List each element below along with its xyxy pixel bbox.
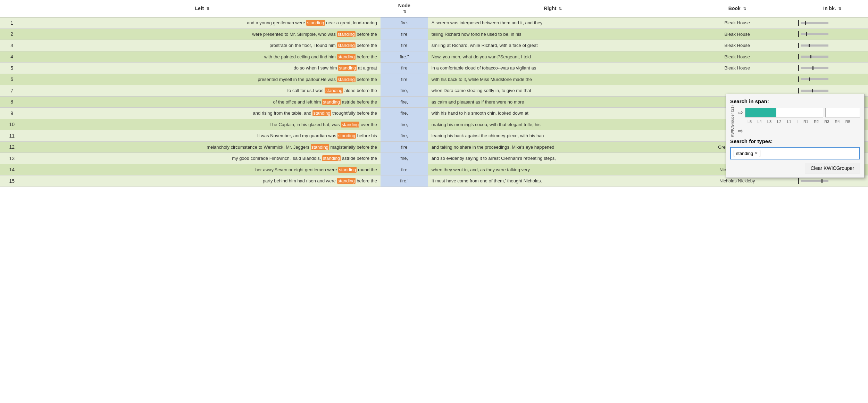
types-title: Search for types: (730, 138, 860, 144)
table-row: 6presented myself in the parlour.He was … (0, 74, 868, 85)
node-word: fire.' (381, 175, 428, 187)
node-word: fire, (381, 153, 428, 164)
bar-track (801, 33, 828, 35)
bar-container (798, 178, 865, 184)
keyword-highlight: standing (337, 133, 356, 139)
axis-L5: L5 (748, 120, 752, 124)
left-context: presented myself in the parlour.He was s… (24, 74, 380, 85)
right-sort-icon[interactable]: ⇅ (559, 7, 562, 11)
types-input[interactable]: standing ✕ (730, 147, 860, 159)
position-marker (798, 54, 799, 59)
inbook-position (796, 40, 868, 51)
inbook-position (796, 51, 868, 63)
bar-track (801, 90, 828, 92)
row-number: 4 (0, 51, 24, 63)
node-sort-icon[interactable]: ⇅ (403, 9, 406, 14)
left-context: It was November, and my guardian was sta… (24, 130, 380, 142)
bottom-arrow-row: ⇨ (738, 127, 860, 135)
node-word: fire, (381, 85, 428, 97)
col-inbk[interactable]: In bk. ⇅ (796, 0, 868, 17)
main-container: Left ⇅ Node ⇅ Right ⇅ Book ⇅ In bk. ⇅ (0, 0, 868, 187)
right-context: leaning his back against the chimney-pie… (428, 130, 678, 142)
bar-container (798, 31, 865, 37)
bar-fill (821, 179, 823, 183)
axis-L2: L2 (777, 120, 781, 124)
span-right-fill (784, 108, 823, 117)
position-marker (798, 178, 799, 184)
position-marker (798, 65, 799, 71)
left-context: and rising from the table, and standing … (24, 108, 380, 119)
type-tag-standing: standing ✕ (734, 150, 760, 157)
bar-container (798, 65, 865, 71)
left-context: prostrate on the floor, I found him stan… (24, 40, 380, 51)
book-name: Bleak House (678, 63, 796, 74)
node-word: fire (381, 141, 428, 153)
bar-container (798, 76, 865, 82)
row-number: 1 (0, 17, 24, 28)
row-number: 7 (0, 85, 24, 97)
right-context: with his back to it, while Miss Murdston… (428, 74, 678, 85)
bar-container (798, 43, 865, 48)
left-context: to call for us.I was standing alone befo… (24, 85, 380, 97)
col-num (0, 0, 24, 17)
row-number: 9 (0, 108, 24, 119)
row-number: 10 (0, 119, 24, 130)
left-context: do so when I saw him standing at a great (24, 63, 380, 74)
header-row: Left ⇅ Node ⇅ Right ⇅ Book ⇅ In bk. ⇅ (0, 0, 868, 17)
bar-track (801, 22, 828, 24)
inbk-sort-icon[interactable]: ⇅ (838, 7, 841, 11)
left-context: were presented to Mr. Skimpole, who was … (24, 28, 380, 40)
right-context: Now, you men, what do you want?Sergeant,… (428, 51, 678, 63)
col-book[interactable]: Book ⇅ (678, 0, 796, 17)
left-context: party behind him had risen and were stan… (24, 175, 380, 187)
inbook-position (796, 28, 868, 40)
keyword-highlight: standing (337, 54, 356, 60)
node-word: fire." (381, 51, 428, 63)
book-sort-icon[interactable]: ⇅ (743, 7, 746, 11)
keyword-highlight: standing (341, 122, 359, 128)
right-context: making his morning's cocoa, with that el… (428, 119, 678, 130)
keyword-highlight: standing (337, 76, 356, 82)
row-number: 12 (0, 141, 24, 153)
row-number: 3 (0, 40, 24, 51)
span-right-input[interactable] (825, 108, 860, 117)
bar-container (798, 88, 865, 93)
axis-L1: L1 (787, 120, 791, 124)
node-word: fire (381, 28, 428, 40)
left-sort-icon[interactable]: ⇅ (206, 7, 209, 11)
right-context: It must have come from one of them,' tho… (428, 175, 678, 187)
right-context: as calm and pleasant as if there were no… (428, 96, 678, 108)
bar-container (798, 54, 865, 59)
position-marker (798, 43, 799, 48)
position-marker (798, 20, 799, 26)
col-node[interactable]: Node ⇅ (381, 0, 428, 17)
inbook-position (796, 63, 868, 74)
axis-R4: R4 (835, 120, 840, 124)
right-context: when Dora came stealing softly in, to gi… (428, 85, 678, 97)
col-left[interactable]: Left ⇅ (24, 0, 380, 17)
node-word: fire (381, 74, 428, 85)
node-word: fire (381, 40, 428, 51)
row-number: 6 (0, 74, 24, 85)
node-word: fire (381, 164, 428, 175)
type-tag-remove[interactable]: ✕ (754, 151, 758, 156)
bar-fill (806, 32, 807, 36)
bar-track (801, 56, 828, 58)
span-slider-container[interactable] (745, 108, 823, 117)
bar-container (798, 20, 865, 26)
bar-fill (809, 44, 810, 47)
bar-track (801, 180, 828, 182)
axis-R2: R2 (814, 120, 819, 124)
keyword-highlight: standing (337, 31, 356, 37)
left-arrow-icon: ⇨ (738, 109, 743, 116)
clear-kwicgrouper-button[interactable]: Clear KWICGrouper (805, 163, 860, 173)
keyword-highlight: standing (338, 65, 357, 71)
axis-center: | (797, 120, 798, 124)
right-context: and so evidently saying it to arrest Cle… (428, 153, 678, 164)
keyword-highlight: standing (306, 20, 325, 26)
left-context: her away.Seven or eight gentlemen were s… (24, 164, 380, 175)
span-search-row: ⇨ (738, 108, 860, 117)
col-right[interactable]: Right ⇅ (428, 0, 678, 17)
node-word: fire, (381, 108, 428, 119)
right-arrow-icon: ⇨ (738, 127, 743, 135)
